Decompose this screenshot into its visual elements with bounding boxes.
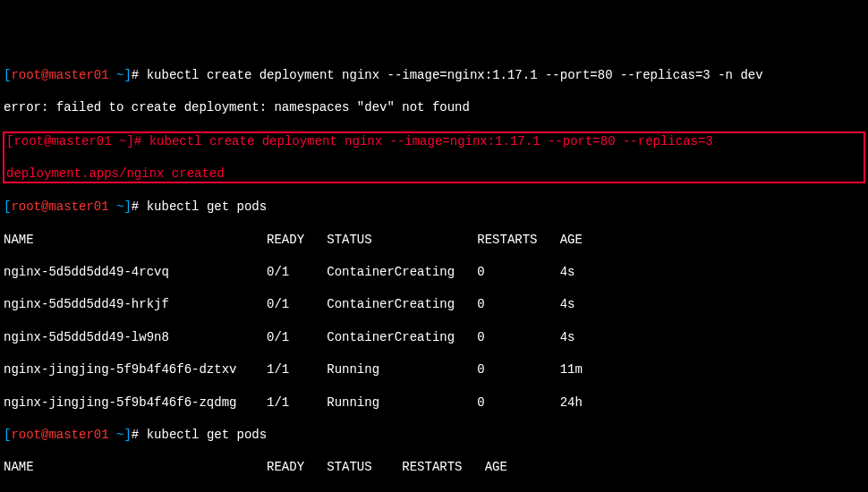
terminal-output: error: failed to create deployment: name… (4, 99, 864, 115)
table-row: nginx-5d5dd5dd49-hrkjf 0/1 ContainerCrea… (4, 296, 864, 312)
table-row: nginx-jingjing-5f9b4f46f6-zqdmg 1/1 Runn… (4, 394, 864, 411)
terminal-line: [root@master01 ~]# kubectl create deploy… (6, 133, 862, 149)
prompt-host: master01 (48, 68, 108, 82)
table-row: nginx-5d5dd5dd49-lw9n8 0/1 ContainerCrea… (4, 329, 864, 345)
command-text: kubectl get pods (147, 199, 267, 214)
prompt-user: root (13, 134, 44, 148)
prompt-user: root (11, 199, 41, 214)
prompt-user: root (11, 428, 41, 442)
prompt-bracket-close: ] (123, 199, 131, 214)
prompt-hash: # (132, 68, 147, 82)
terminal-line: [root@master01 ~]# kubectl get pods (4, 427, 864, 443)
prompt-hash: # (132, 428, 147, 442)
prompt-user: root (11, 68, 41, 82)
command-text: kubectl create deployment nginx --image=… (147, 68, 763, 82)
prompt-bracket-close: ] (126, 134, 133, 148)
table-header: NAME READY STATUS RESTARTS AGE (4, 459, 864, 475)
command-text: kubectl get pods (147, 428, 267, 442)
prompt-host: master01 (48, 199, 108, 214)
table-row: nginx-5d5dd5dd49-4rcvq 0/1 ContainerCrea… (4, 264, 864, 280)
highlighted-region: [root@master01 ~]# kubectl create deploy… (3, 131, 865, 184)
terminal-line: [root@master01 ~]# kubectl get pods (4, 199, 864, 215)
table-row: nginx-jingjing-5f9b4f46f6-dztxv 1/1 Runn… (4, 361, 864, 377)
terminal-line: [root@master01 ~]# kubectl create deploy… (4, 67, 864, 83)
prompt-bracket-close: ] (123, 68, 131, 82)
prompt-host: master01 (51, 134, 111, 148)
prompt-hash: # (134, 134, 149, 148)
prompt-host: master01 (48, 428, 108, 442)
command-text: kubectl create deployment nginx --image=… (149, 134, 713, 148)
terminal-output: deployment.apps/nginx created (6, 165, 862, 182)
table-header: NAME READY STATUS RESTARTS AGE (4, 232, 864, 248)
prompt-hash: # (132, 199, 147, 214)
prompt-bracket-close: ] (123, 428, 131, 442)
